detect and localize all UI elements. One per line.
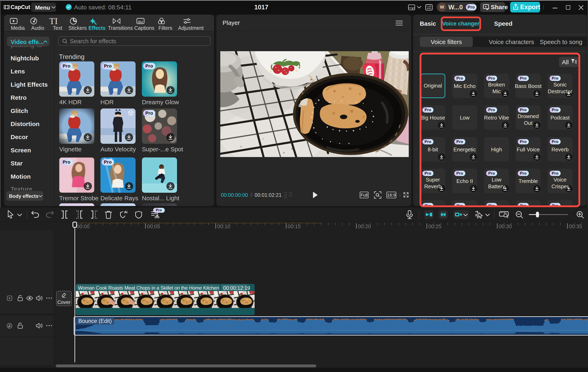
svg-text:AI: AI: [124, 211, 127, 214]
